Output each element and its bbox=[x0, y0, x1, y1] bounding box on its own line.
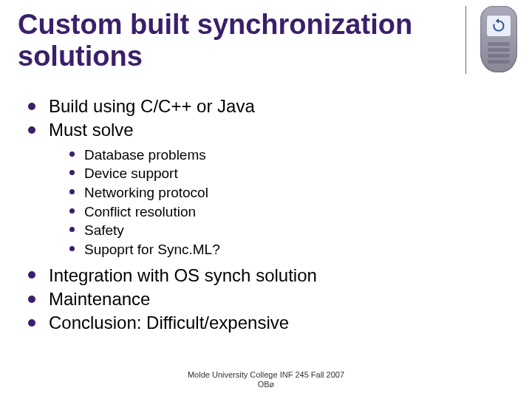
bullet-text: Build using C/C++ or Java bbox=[49, 96, 255, 116]
divider-line bbox=[466, 6, 466, 74]
footer-line: OBø bbox=[0, 380, 532, 390]
slide-footer: Molde University College INF 245 Fall 20… bbox=[0, 370, 532, 391]
list-item: Supoprt for Sync.ML? bbox=[49, 240, 495, 259]
svg-marker-0 bbox=[496, 18, 499, 24]
slide-body: Build using C/C++ or Java Must solve Dat… bbox=[22, 95, 495, 335]
phone-keypad bbox=[486, 40, 511, 66]
bullet-text: Must solve bbox=[49, 120, 134, 140]
list-item: Conclusion: Difficult/expensive bbox=[22, 311, 495, 335]
bullet-text: Safety bbox=[84, 222, 124, 238]
list-item: Networking protocol bbox=[49, 183, 495, 202]
list-item: Device support bbox=[49, 164, 495, 183]
bullet-text: Integration with OS synch solution bbox=[49, 265, 317, 285]
list-item: Maintenance bbox=[22, 287, 495, 311]
list-item: Build using C/C++ or Java bbox=[22, 95, 495, 118]
list-item: Safety bbox=[49, 221, 495, 240]
list-item: Integration with OS synch solution bbox=[22, 264, 495, 287]
bullet-text: Supoprt for Sync.ML? bbox=[84, 242, 220, 257]
bullet-text: Device support bbox=[84, 166, 178, 181]
footer-line: Molde University College INF 245 Fall 20… bbox=[0, 370, 532, 381]
sync-icon bbox=[491, 18, 506, 33]
list-item: Must solve Database problems Device supp… bbox=[22, 118, 495, 259]
sub-bullet-list: Database problems Device support Network… bbox=[49, 146, 495, 259]
bullet-list: Build using C/C++ or Java Must solve Dat… bbox=[22, 95, 495, 335]
bullet-text: Networking protocol bbox=[84, 185, 208, 200]
bullet-text: Conclusion: Difficult/expensive bbox=[49, 313, 289, 332]
list-item: Database problems bbox=[49, 146, 495, 165]
slide-title: Custom built synchronization solutions bbox=[18, 9, 432, 72]
bullet-text: Maintenance bbox=[49, 289, 150, 309]
slide: Custom built synchronization solutions B… bbox=[0, 0, 532, 399]
phone-screen bbox=[486, 15, 511, 37]
bullet-text: Conflict resolution bbox=[84, 204, 196, 219]
bullet-text: Database problems bbox=[84, 147, 206, 163]
phone-illustration bbox=[474, 6, 522, 75]
list-item: Conflict resolution bbox=[49, 202, 495, 222]
